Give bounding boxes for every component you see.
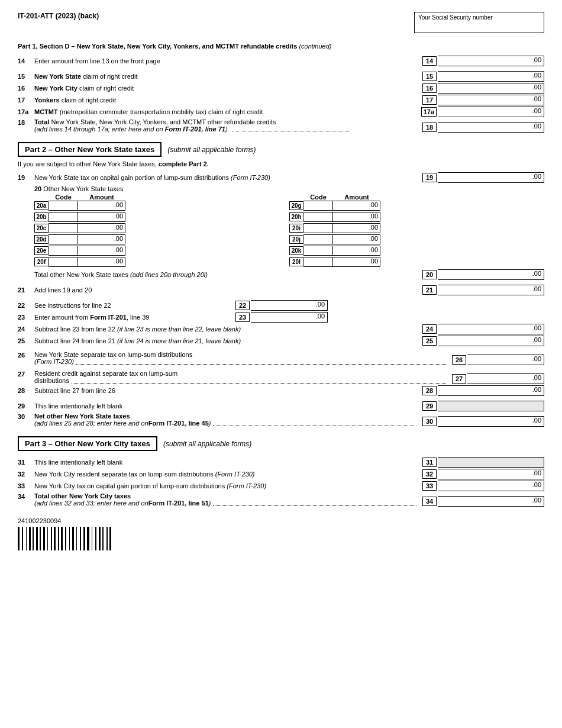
grid-col-code-right: Code	[303, 194, 333, 201]
grid-20h-num: 20h	[289, 212, 303, 221]
line-20-label: 20 Other New York State taxes	[34, 185, 544, 192]
line-16-field: 16 .00	[422, 83, 544, 94]
line-26-field: 26 .00	[452, 355, 544, 365]
form-title: IT-201-ATT (2023) (back)	[18, 12, 99, 20]
line-14-label: 14	[422, 56, 437, 66]
line-31-row: 31 This line intentionally left blank 31	[18, 457, 544, 468]
line-14-field: 14 .00	[422, 56, 544, 66]
line-27-desc: Resident credit against separate tax on …	[34, 370, 452, 384]
line-29-field: 29	[422, 401, 544, 411]
line-34-num: 34	[18, 492, 34, 500]
line-23-row: 23 Enter amount from Form IT-201, line 3…	[18, 312, 544, 323]
line-26-num: 26	[18, 351, 34, 359]
grid-20e-val: .00	[78, 246, 125, 256]
line-20-total-value: .00	[438, 269, 544, 280]
grid-right: 20g .00 20h .00 20i .00 20j .00 20k .00 …	[289, 201, 544, 268]
grid-20j-code	[303, 234, 333, 244]
line-28-field: 28 .00	[422, 385, 544, 396]
line-18-label: 18	[422, 123, 437, 132]
grid-20j-num: 20j	[289, 235, 303, 244]
grid-col-amount-right: Amount	[333, 194, 380, 201]
grid-row-20l: 20l .00	[289, 257, 544, 267]
grid-20i-val: .00	[333, 223, 380, 233]
grid-20e-num: 20e	[34, 246, 49, 255]
grid-row-20c: 20c .00	[34, 223, 289, 233]
line-32-num: 32	[18, 471, 34, 478]
grid-20k-num: 20k	[289, 246, 303, 255]
line-22-desc: See instructions for line 22	[34, 302, 235, 309]
part2-instruction: If you are subject to other New York Sta…	[18, 160, 544, 167]
line-20-total-desc: Total other New York State taxes (add li…	[34, 271, 422, 278]
grid-20c-code	[49, 223, 78, 233]
grid-row-20h: 20h .00	[289, 212, 544, 222]
line-15-value: .00	[438, 71, 544, 82]
grid-row-20a: 20a .00	[34, 201, 289, 211]
line-31-field: 31	[422, 457, 544, 468]
line-29-row: 29 This line intentionally left blank 29	[18, 401, 544, 411]
line-27-value: .00	[467, 373, 544, 384]
line-32-desc: New York City resident separate tax on l…	[34, 471, 422, 478]
part3-box: Part 3 – Other New York City taxes	[18, 436, 157, 451]
line-16-value: .00	[438, 83, 544, 94]
grid-20g-val: .00	[333, 201, 380, 211]
grid-20-rows: 20a .00 20b .00 20c .00 20d .00 20e .00 …	[34, 201, 544, 268]
line-29-blank	[438, 401, 544, 411]
line-24-num: 24	[18, 326, 34, 333]
line-22-value: .00	[251, 300, 328, 311]
grid-row-20f: 20f .00	[34, 257, 289, 267]
grid-row-20k: 20k .00	[289, 246, 544, 256]
barcode-container: 241002230094	[18, 517, 111, 550]
grid-20e-code	[49, 246, 78, 256]
grid-20c-num: 20c	[34, 224, 49, 233]
line-19-desc: New York State tax on capital gain porti…	[34, 174, 422, 181]
barcode-section: 241002230094	[18, 517, 544, 550]
line-30-num: 30	[18, 413, 34, 420]
line-17-value: .00	[438, 95, 544, 105]
grid-20g-num: 20g	[289, 201, 303, 210]
barcode-image	[18, 527, 111, 550]
grid-20c-val: .00	[78, 223, 125, 233]
line-19-label: 19	[422, 173, 437, 182]
line-23-num: 23	[18, 314, 34, 321]
line-32-row: 32 New York City resident separate tax o…	[18, 469, 544, 479]
line-25-desc: Subtract line 24 from line 21 (if line 2…	[34, 337, 422, 344]
grid-20a-code	[49, 201, 78, 211]
grid-20g-code	[303, 201, 333, 211]
line-15-desc: New York State claim of right credit	[34, 73, 422, 80]
line-17-row: 17 Yonkers claim of right credit 17 .00	[18, 95, 544, 105]
barcode-number: 241002230094	[18, 517, 111, 524]
line-33-desc: New York City tax on capital gain portio…	[34, 482, 422, 489]
header: IT-201-ATT (2023) (back) Your Social Sec…	[18, 12, 544, 33]
line-17-desc: Yonkers claim of right credit	[34, 96, 422, 104]
line-28-value: .00	[438, 385, 544, 396]
line-24-desc: Subtract line 23 from line 22 (if line 2…	[34, 326, 422, 333]
line-17-label: 17	[422, 95, 437, 105]
line-23-value: .00	[251, 312, 328, 323]
grid-20h-val: .00	[333, 212, 380, 222]
line-26-label: 26	[452, 355, 466, 365]
line-34-desc: Total other New York City taxes (add lin…	[34, 492, 422, 507]
line-14-value: .00	[438, 56, 544, 66]
grid-20d-code	[49, 234, 78, 244]
grid-20b-num: 20b	[34, 212, 49, 221]
line-19-value: .00	[438, 172, 544, 183]
grid-20j-val: .00	[333, 234, 380, 244]
grid-20a-val: .00	[78, 201, 125, 211]
line-25-num: 25	[18, 337, 34, 344]
line-33-row: 33 New York City tax on capital gain por…	[18, 481, 544, 491]
line-14-num: 14	[18, 57, 34, 65]
line-25-row: 25 Subtract line 24 from line 21 (if lin…	[18, 336, 544, 346]
line-21-desc: Add lines 19 and 20	[34, 286, 422, 294]
line-17a-label: 17a	[421, 107, 437, 117]
grid-20l-code	[303, 257, 333, 267]
line-31-num: 31	[18, 459, 34, 466]
line-17a-field: 17a .00	[421, 107, 544, 117]
line-18-value: .00	[438, 122, 544, 133]
line-18-row: 18 Total New York State, New York City, …	[18, 118, 544, 133]
line-32-field: 32 .00	[422, 469, 544, 479]
line-23-label: 23	[235, 313, 250, 322]
section-d-title: Part 1, Section D – New York State, New …	[18, 43, 544, 50]
grid-col-amount-left: Amount	[78, 194, 125, 201]
grid-20f-num: 20f	[34, 257, 49, 266]
line-24-value: .00	[438, 324, 544, 334]
